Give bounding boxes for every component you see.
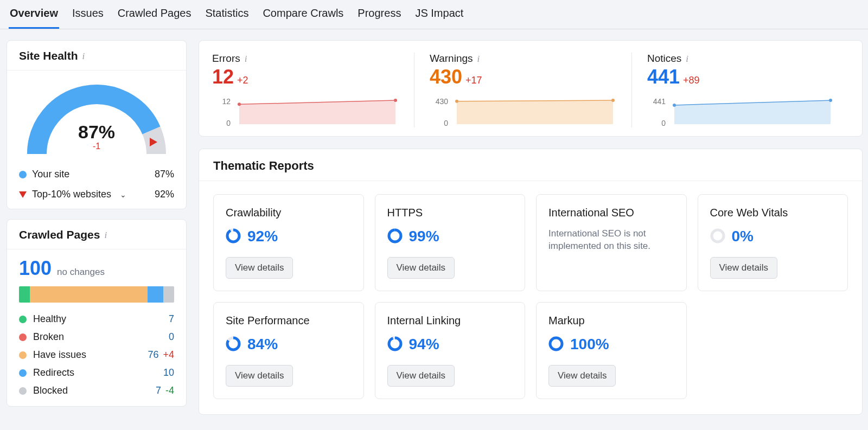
report-site_perf: Site Performance84%View details <box>213 302 364 399</box>
donut-icon <box>710 228 725 245</box>
metrics-card: Errorsi12+2120Warningsi430+174300Notices… <box>199 40 863 137</box>
svg-point-11 <box>673 104 676 107</box>
bar-segment-healthy[interactable] <box>19 286 30 303</box>
bar-segment-redirects[interactable] <box>148 286 163 303</box>
bar-segment-have_issues[interactable] <box>30 286 148 303</box>
dot-icon <box>19 333 27 341</box>
sparkline: 120 <box>212 94 399 127</box>
svg-point-16 <box>389 230 401 242</box>
crawled-pages-card: Crawled Pages i 100 no changes Healthy7B… <box>7 219 187 407</box>
bar-segment-blocked[interactable] <box>163 286 174 303</box>
info-icon[interactable]: i <box>82 52 85 61</box>
tab-compare-crawls[interactable]: Compare Crawls <box>261 0 344 29</box>
legend-row-healthy[interactable]: Healthy7 <box>19 313 174 325</box>
dot-icon <box>19 351 27 359</box>
legend-label: Healthy <box>33 313 155 325</box>
report-pct: 92% <box>247 228 278 245</box>
report-title: Core Web Vitals <box>710 207 836 219</box>
report-pct: 99% <box>409 228 439 245</box>
legend-count: 7 <box>142 385 161 396</box>
donut-icon <box>226 228 241 245</box>
view-details-button[interactable]: View details <box>548 365 616 387</box>
triangle-down-icon <box>19 191 27 198</box>
legend-row-have_issues[interactable]: Have issues76+4 <box>19 349 174 361</box>
legend-label: Blocked <box>33 385 142 396</box>
legend-row-broken[interactable]: Broken0 <box>19 331 174 343</box>
report-https: HTTPS99%View details <box>375 194 526 291</box>
view-details-button[interactable]: View details <box>387 257 455 279</box>
report-pct: 94% <box>409 336 439 353</box>
site-health-title: Site Health <box>19 49 78 62</box>
view-details-button[interactable]: View details <box>226 365 293 387</box>
report-title: International SEO <box>548 207 674 219</box>
donut-icon <box>548 336 564 353</box>
tab-overview[interactable]: Overview <box>9 0 59 29</box>
report-markup: Markup100%View details <box>536 302 687 399</box>
svg-point-7 <box>455 100 458 103</box>
metric-value: 441 <box>647 66 680 88</box>
thematic-card: Thematic Reports Crawlability92%View det… <box>199 149 863 415</box>
tab-progress[interactable]: Progress <box>356 0 402 29</box>
view-details-button[interactable]: View details <box>387 365 455 387</box>
svg-point-24 <box>550 338 562 350</box>
metric-title: Notices <box>647 53 681 65</box>
view-details-button[interactable]: View details <box>226 257 293 279</box>
legend-delta: +4 <box>163 349 174 361</box>
site-health-card: Site Health i 87% -1 <box>7 40 187 209</box>
svg-point-22 <box>389 338 401 350</box>
report-crawlability: Crawlability92%View details <box>213 194 364 291</box>
site-health-delta: -1 <box>7 142 186 151</box>
legend-label: Broken <box>33 331 155 343</box>
svg-point-17 <box>712 230 724 242</box>
legend-count: 0 <box>155 331 174 343</box>
crawled-total: 100 <box>19 257 52 280</box>
metric-errors[interactable]: Errorsi12+2120 <box>212 53 414 127</box>
tabs-bar: OverviewIssuesCrawled PagesStatisticsCom… <box>0 0 868 29</box>
metric-delta: +89 <box>683 75 700 86</box>
report-title: HTTPS <box>387 207 513 219</box>
report-title: Markup <box>548 315 674 327</box>
legend-your-site: Your site <box>32 169 69 180</box>
crawled-change: no changes <box>57 267 105 278</box>
dot-icon <box>19 316 27 323</box>
dot-icon <box>19 387 27 395</box>
report-title: Internal Linking <box>387 315 513 327</box>
report-pct: 84% <box>247 336 278 353</box>
info-icon[interactable]: i <box>104 230 107 240</box>
metric-notices[interactable]: Noticesi441+894410 <box>631 53 849 127</box>
view-details-button[interactable]: View details <box>710 257 777 279</box>
metric-warnings[interactable]: Warningsi430+174300 <box>414 53 631 127</box>
metric-value: 12 <box>212 66 234 88</box>
report-title: Site Performance <box>226 315 352 327</box>
legend-row-redirects[interactable]: Redirects10 <box>19 367 174 378</box>
tab-js-impact[interactable]: JS Impact <box>414 0 464 29</box>
report-cwv: Core Web Vitals0%View details <box>698 194 848 291</box>
info-icon[interactable]: i <box>477 54 480 63</box>
svg-point-14 <box>227 230 239 242</box>
tab-issues[interactable]: Issues <box>71 0 105 29</box>
thematic-title: Thematic Reports <box>213 159 314 173</box>
legend-label: Redirects <box>33 367 155 378</box>
crawled-stacked-bar <box>19 286 174 303</box>
tab-crawled-pages[interactable]: Crawled Pages <box>117 0 193 29</box>
metric-delta: +17 <box>465 75 482 86</box>
info-icon[interactable]: i <box>245 54 247 63</box>
dot-icon <box>19 369 27 377</box>
legend-count: 7 <box>155 313 174 325</box>
svg-point-3 <box>238 102 241 106</box>
dot-icon <box>19 171 27 178</box>
donut-icon <box>387 336 403 353</box>
tab-statistics[interactable]: Statistics <box>204 0 250 29</box>
crawled-pages-title: Crawled Pages <box>19 228 100 241</box>
legend-your-site-value: 87% <box>155 169 174 180</box>
sparkline: 4300 <box>430 94 616 127</box>
report-internal_link: Internal Linking94%View details <box>375 302 526 399</box>
donut-icon <box>387 228 403 245</box>
svg-point-8 <box>611 99 615 102</box>
legend-top10-toggle[interactable]: Top-10% websites ⌄ <box>19 189 126 200</box>
donut-icon <box>226 336 241 353</box>
metric-title: Warnings <box>430 53 473 65</box>
legend-row-blocked[interactable]: Blocked7-4 <box>19 385 174 396</box>
report-note: International SEO is not implemented on … <box>548 228 674 253</box>
info-icon[interactable]: i <box>686 54 688 63</box>
